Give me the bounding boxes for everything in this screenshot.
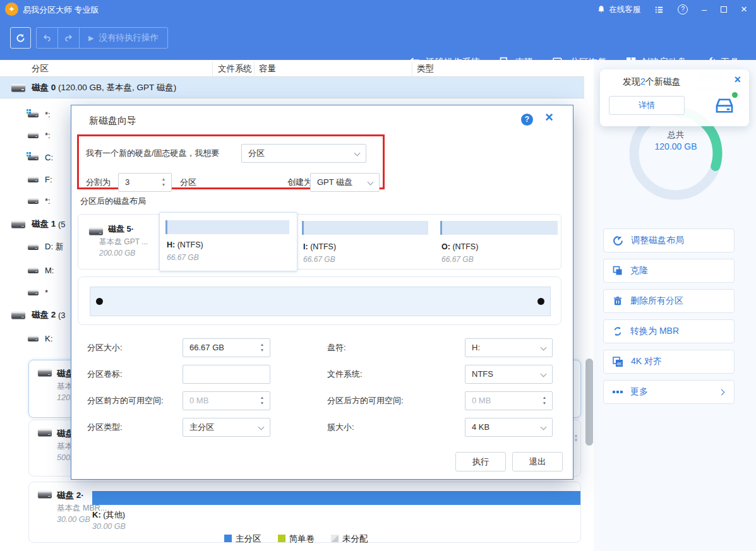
execute-button[interactable]: 执行: [455, 452, 506, 471]
field-label: 分区类型:: [87, 418, 123, 437]
4k-align-button[interactable]: 4K 4K 对齐: [603, 350, 735, 374]
disk-icon: [89, 227, 103, 235]
cluster-size-select[interactable]: 4 KB: [465, 418, 553, 437]
space-after-spinner[interactable]: 0 MB▲▼: [465, 391, 553, 410]
help-icon[interactable]: ?: [678, 4, 688, 15]
disk0-row[interactable]: 磁盘 0 (120.00 GB, 基本盘, GPT 磁盘): [0, 77, 584, 98]
convert-to-mbr-button[interactable]: 转换为 MBR: [603, 319, 735, 343]
col-type[interactable]: 类型: [417, 63, 434, 74]
clone-disk-button[interactable]: 克隆: [603, 259, 735, 283]
partition-size: 66.67 GB: [167, 253, 199, 262]
undo-button[interactable]: [37, 28, 57, 48]
tree-item[interactable]: C:: [28, 150, 53, 164]
titlebar-controls: 在线客服 ? – ×: [597, 0, 747, 19]
tree-item[interactable]: D: 新: [28, 240, 64, 254]
col-capacity[interactable]: 容量: [259, 63, 276, 74]
tree-disk-item[interactable]: 磁盘 2 (3: [11, 308, 65, 322]
partition-os-icon: [28, 112, 39, 117]
partition-block-o[interactable]: O: (NTFS) 66.67 GB: [438, 215, 562, 269]
spinner-arrows-icon[interactable]: ▲▼: [259, 341, 265, 353]
adjust-layout-button[interactable]: 调整磁盘布局: [603, 228, 735, 252]
tree-item[interactable]: *:: [28, 128, 51, 142]
action-select[interactable]: 分区: [241, 144, 366, 163]
dialog-title: 新磁盘向导: [89, 115, 136, 127]
play-icon: ▶: [88, 34, 93, 42]
partition-type-select[interactable]: 主分区: [183, 418, 270, 437]
close-button[interactable]: ×: [741, 5, 747, 14]
disk0-name: 磁盘 0: [32, 82, 56, 93]
tree-disk-item[interactable]: 磁盘 1 (5: [11, 217, 65, 231]
minimize-button[interactable]: –: [702, 5, 707, 14]
partition-resize-slider: [78, 276, 561, 325]
partition-bar: [440, 221, 558, 235]
disk-layout-preview: 磁盘 5· 基本盘 GPT ... 200.00 GB H: (NTFS) 66…: [78, 214, 561, 270]
tree-item[interactable]: *:: [28, 107, 51, 121]
online-support-button[interactable]: 在线客服: [597, 4, 640, 15]
tree-item[interactable]: *:: [28, 194, 51, 208]
maximize-button[interactable]: [721, 6, 727, 13]
space-before-spinner[interactable]: 0 MB▲▼: [183, 391, 270, 410]
filesystem-select[interactable]: NTFS: [465, 365, 553, 384]
split-suffix: 分区: [180, 173, 196, 192]
details-button[interactable]: 详情: [609, 96, 685, 115]
convert-icon: [613, 326, 623, 336]
k-partition-size: 30.00 GB: [92, 522, 126, 531]
preview-disk-name: 磁盘 5·: [108, 223, 134, 235]
create-as-select[interactable]: GPT 磁盘: [310, 173, 380, 192]
new-disk-icon: [712, 93, 736, 116]
slider-track[interactable]: [90, 287, 551, 316]
partition-size-spinner[interactable]: 66.67 GB▲▼: [183, 338, 270, 357]
vertical-scrollbar[interactable]: [585, 358, 593, 446]
tree-item[interactable]: K:: [28, 331, 52, 345]
partition-block-i[interactable]: I: (NTFS) 66.67 GB: [299, 215, 436, 269]
slider-left-handle[interactable]: [96, 298, 103, 305]
k-partition-bar[interactable]: [92, 491, 580, 505]
wizard-prompt: 我有一个新的硬盘/固态硬盘，我想要: [86, 144, 220, 163]
refresh-button[interactable]: [10, 27, 31, 49]
column-divider: [212, 62, 213, 76]
delete-all-partitions-button[interactable]: 删除所有分区: [603, 289, 735, 313]
4k-icon: 4K: [613, 357, 623, 367]
field-label: 分区大小:: [87, 338, 123, 357]
exit-button[interactable]: 退出: [512, 452, 563, 471]
chevron-down-icon: [368, 179, 374, 186]
partition-block-h[interactable]: H: (NTFS) 66.67 GB: [159, 212, 297, 271]
list-header: 分区 文件系统 容量 类型: [0, 61, 584, 77]
spinner-arrows-icon: ▲▼: [259, 394, 265, 406]
disk-icon: [38, 490, 52, 498]
notification-close-icon[interactable]: ×: [734, 73, 741, 86]
svg-text:4K: 4K: [616, 361, 622, 365]
col-filesystem[interactable]: 文件系统: [218, 63, 252, 74]
pending-operations-button[interactable]: ▶ 没有待执行操作: [80, 28, 167, 48]
chevron-right-icon: [719, 389, 725, 396]
col-partition[interactable]: 分区: [32, 63, 49, 74]
slider-right-handle[interactable]: [537, 298, 544, 305]
k-partition-label: K: (其他): [92, 509, 125, 521]
partition-os-icon: [28, 155, 39, 160]
more-button[interactable]: 更多: [603, 380, 735, 404]
chevron-down-icon: [354, 150, 361, 157]
field-label: 分区卷标:: [87, 365, 123, 384]
spinner-arrows-icon[interactable]: ▲▼: [160, 176, 167, 187]
operation-list-button[interactable]: [654, 5, 664, 15]
tree-item[interactable]: F:: [28, 172, 52, 186]
bell-icon: [597, 5, 606, 14]
chevron-down-icon: [541, 371, 547, 377]
app-logo-icon: ✦: [5, 3, 18, 16]
split-count-spinner[interactable]: 3 ▲▼: [118, 173, 172, 192]
tree-item[interactable]: M:: [28, 263, 54, 277]
disk0-info: (120.00 GB, 基本盘, GPT 磁盘): [58, 82, 176, 93]
drive-letter-select[interactable]: H:: [465, 338, 553, 357]
layout-section-title: 分区后的磁盘布局: [80, 192, 146, 211]
disk-icon: [11, 220, 25, 228]
partition-label-input[interactable]: [183, 365, 270, 384]
dialog-close-icon[interactable]: ×: [545, 110, 553, 124]
tree-item[interactable]: *: [28, 285, 48, 299]
partition-bar: [302, 221, 428, 235]
preview-disk-type: 基本盘 GPT ...: [99, 237, 148, 247]
trash-icon: [613, 296, 623, 306]
create-as-label: 创建为: [287, 173, 312, 192]
redo-button[interactable]: [58, 28, 79, 48]
dialog-help-icon[interactable]: ?: [521, 114, 533, 126]
partition-label: O: (NTFS): [441, 242, 478, 251]
